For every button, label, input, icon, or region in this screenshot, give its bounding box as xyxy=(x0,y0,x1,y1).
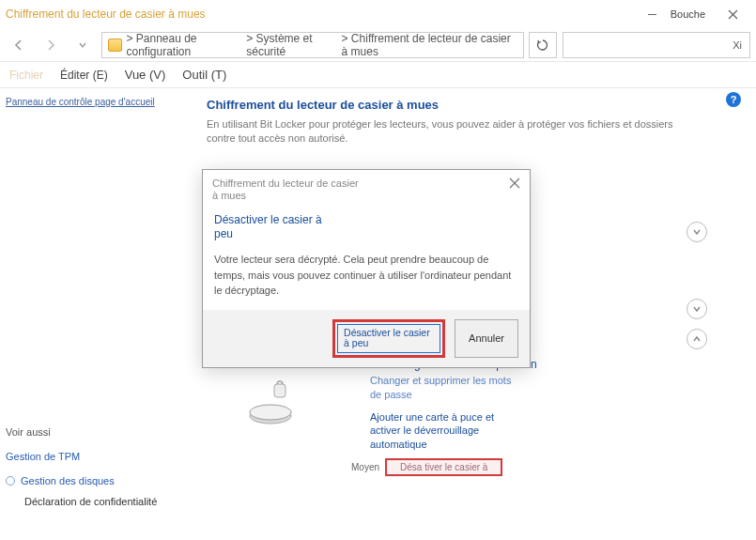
chevron-down-icon[interactable] xyxy=(687,222,707,242)
menu-edit[interactable]: Éditer (E) xyxy=(60,69,108,82)
help-icon[interactable]: ? xyxy=(726,92,741,107)
tpm-link[interactable]: Gestion de TPM xyxy=(6,451,192,462)
shield-icon xyxy=(6,476,15,486)
menu-view[interactable]: Vue (V) xyxy=(125,68,166,82)
menu-tool[interactable]: Outil (T) xyxy=(182,68,226,82)
folder-icon xyxy=(108,39,122,52)
svg-point-4 xyxy=(250,405,291,420)
dialog-heading: Désactiver le casier à peu xyxy=(203,206,334,240)
sidebar: Panneau de contrôle page d'accueil Voir … xyxy=(0,88,197,540)
chevron-up-icon[interactable] xyxy=(687,329,707,349)
turn-off-button[interactable]: Désactiver le casier à peu xyxy=(332,319,445,358)
breadcrumb-part[interactable]: > Chiffrement de lecteur de casier à mue… xyxy=(342,32,517,58)
change-password-link[interactable]: Changer et supprimer les mots de passe xyxy=(370,374,525,401)
dialog-buttons: Désactiver le casier à peu Annuler xyxy=(203,310,530,367)
breadcrumb[interactable]: > Panneau de configuration > Système et … xyxy=(101,32,524,58)
search-hint: Xi xyxy=(733,39,742,51)
titlebar: Chiffrement du lecteur de casier à mues … xyxy=(0,0,756,28)
refresh-button[interactable] xyxy=(529,32,557,58)
menu-bar: Fichier Éditer (E) Vue (V) Outil (T) xyxy=(0,62,756,88)
mid-label: Moyen xyxy=(351,462,379,472)
disk-mgmt-link[interactable]: Gestion des disques xyxy=(21,475,115,486)
nav-row: > Panneau de configuration > Système et … xyxy=(0,28,756,62)
window-title: Chiffrement du lecteur de casier à mues xyxy=(6,8,206,21)
forward-button[interactable] xyxy=(38,32,64,58)
svg-rect-5 xyxy=(274,384,285,397)
minimize-button[interactable] xyxy=(635,1,671,27)
confirm-dialog: Chiffrement du lecteur de casier à mues … xyxy=(202,169,531,368)
drive-icon xyxy=(244,377,310,424)
smartcard-link[interactable]: Ajouter une carte à puce et activer le d… xyxy=(370,410,525,451)
page-title: Chiffrement du lecteur de casier à mues xyxy=(207,98,737,112)
right-label: Bouche xyxy=(671,8,705,20)
search-input[interactable]: Xi xyxy=(563,32,750,58)
dialog-title: Chiffrement du lecteur de casier à mues xyxy=(212,177,363,202)
breadcrumb-part[interactable]: > Panneau de configuration xyxy=(126,32,242,58)
dialog-close-button[interactable] xyxy=(509,177,520,191)
dialog-body: Votre lecteur sera décrypté. Cela peut p… xyxy=(203,240,530,310)
see-also-label: Voir aussi xyxy=(6,426,192,438)
cancel-button[interactable]: Annuler xyxy=(455,319,518,358)
back-button[interactable] xyxy=(6,32,32,58)
breadcrumb-part[interactable]: > Système et sécurité xyxy=(246,32,337,58)
control-panel-home-link[interactable]: Panneau de contrôle page d'accueil xyxy=(6,97,155,107)
chevron-down-icon[interactable] xyxy=(687,299,707,319)
turn-off-highlight[interactable]: Désa tiver le casier à xyxy=(385,458,502,476)
menu-file[interactable]: Fichier xyxy=(9,69,43,82)
close-button[interactable] xyxy=(715,1,750,27)
page-desc: En utilisant Bit Locker pour protéger le… xyxy=(207,117,676,147)
privacy-link[interactable]: Déclaration de confidentialité xyxy=(24,496,192,508)
dropdown-history[interactable] xyxy=(69,32,96,58)
